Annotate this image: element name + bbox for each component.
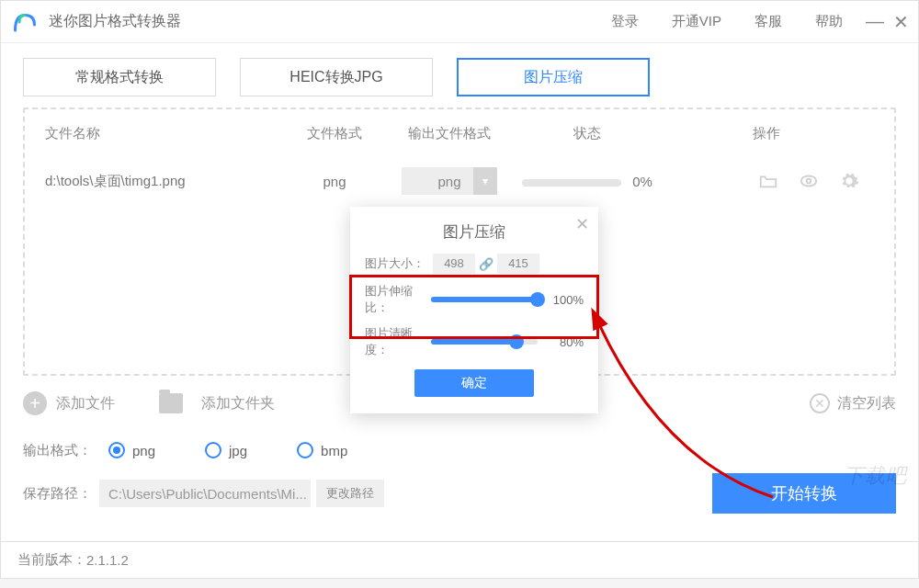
radio-bmp[interactable]: bmp	[297, 442, 347, 458]
radio-jpg[interactable]: jpg	[205, 442, 247, 458]
output-format-label: 输出格式：	[23, 442, 92, 459]
size-row: 图片大小： 498 🔗 415	[365, 254, 584, 274]
plus-icon: +	[23, 391, 47, 415]
col-status: 状态	[514, 125, 661, 142]
start-convert-button[interactable]: 开始转换	[712, 473, 896, 514]
vip-link[interactable]: 开通VIP	[672, 13, 721, 30]
add-folder-button[interactable]: 添加文件夹	[159, 393, 275, 413]
col-fileformat: 文件格式	[284, 125, 385, 142]
list-header: 文件名称 文件格式 输出文件格式 状态 操作	[45, 109, 874, 157]
dialog-title: 图片压缩	[365, 221, 584, 243]
progress-percent: 0%	[632, 174, 652, 189]
size-label: 图片大小：	[365, 255, 431, 272]
app-title: 迷你图片格式转换器	[49, 12, 181, 31]
scale-label: 图片伸缩比：	[365, 283, 431, 316]
svg-point-1	[807, 179, 811, 184]
cell-outformat: png ▾	[385, 167, 514, 195]
tab-heic-jpg[interactable]: HEIC转换JPG	[240, 58, 433, 96]
quality-label: 图片清晰度：	[365, 325, 431, 358]
outformat-value: png	[437, 174, 460, 189]
outformat-select[interactable]: png ▾	[402, 167, 497, 195]
folder-icon	[159, 393, 183, 413]
col-outformat: 输出文件格式	[385, 125, 514, 142]
output-format-row: 输出格式： png jpg bmp	[23, 431, 896, 469]
height-input[interactable]: 415	[497, 254, 539, 274]
scale-value: 100%	[545, 293, 584, 307]
scale-row: 图片伸缩比： 100%	[365, 283, 584, 316]
save-path-field[interactable]: C:\Users\Public\Documents\Mi...	[99, 480, 311, 507]
progress-bar	[522, 179, 621, 187]
add-file-label: 添加文件	[56, 394, 115, 413]
open-folder-icon[interactable]	[758, 171, 778, 191]
quality-row: 图片清晰度： 80%	[365, 325, 584, 358]
save-path-label: 保存路径：	[23, 485, 92, 503]
settings-icon[interactable]	[839, 171, 859, 191]
add-file-button[interactable]: + 添加文件	[23, 391, 115, 415]
col-ops: 操作	[661, 125, 872, 142]
tab-normal-convert[interactable]: 常规格式转换	[23, 58, 216, 96]
app-logo	[8, 6, 41, 39]
cell-fileformat: png	[284, 174, 385, 189]
quality-slider[interactable]	[431, 339, 538, 345]
width-input[interactable]: 498	[433, 254, 475, 274]
cell-ops	[661, 171, 872, 191]
quality-value: 80%	[545, 335, 584, 349]
svg-point-0	[801, 176, 817, 187]
dialog-ok-button[interactable]: 确定	[414, 369, 534, 397]
cell-status: 0%	[514, 174, 661, 189]
help-link[interactable]: 帮助	[815, 13, 843, 30]
table-row: d:\tools\桌面\timg1.png png png ▾ 0%	[45, 157, 874, 205]
add-folder-label: 添加文件夹	[201, 394, 275, 413]
app-window: 迷你图片格式转换器 登录 开通VIP 客服 帮助 — ✕ 常规格式转换 HEIC…	[0, 0, 919, 542]
login-link[interactable]: 登录	[611, 13, 639, 30]
chevron-down-icon: ▾	[473, 167, 497, 195]
cell-filename: d:\tools\桌面\timg1.png	[45, 173, 284, 190]
version-value: 2.1.1.2	[86, 552, 129, 568]
radio-png[interactable]: png	[108, 442, 155, 458]
mode-tabs: 常规格式转换 HEIC转换JPG 图片压缩	[23, 58, 896, 96]
statusbar: 当前版本： 2.1.1.2	[0, 542, 919, 579]
window-close-button[interactable]: ✕	[891, 11, 911, 33]
radio-jpg-label: jpg	[229, 443, 247, 458]
version-label: 当前版本：	[17, 551, 86, 569]
clear-list-label: 清空列表	[837, 394, 896, 413]
link-icon[interactable]: 🔗	[479, 257, 494, 271]
clear-list-button[interactable]: ✕ 清空列表	[810, 393, 896, 413]
support-link[interactable]: 客服	[754, 13, 782, 30]
window-minimize-button[interactable]: —	[865, 11, 885, 32]
col-filename: 文件名称	[45, 125, 284, 142]
scale-slider[interactable]	[431, 297, 538, 302]
dialog-close-button[interactable]: ✕	[575, 214, 589, 234]
titlebar: 迷你图片格式转换器 登录 开通VIP 客服 帮助 — ✕	[1, 1, 918, 43]
preview-icon[interactable]	[799, 171, 819, 191]
radio-png-label: png	[132, 443, 155, 458]
radio-bmp-label: bmp	[321, 443, 347, 458]
clear-icon: ✕	[810, 393, 830, 413]
change-path-button[interactable]: 更改路径	[316, 480, 384, 507]
compress-dialog: ✕ 图片压缩 图片大小： 498 🔗 415 图片伸缩比： 100% 图片清晰度…	[350, 207, 598, 413]
tab-compress[interactable]: 图片压缩	[457, 58, 650, 96]
save-path-row: 保存路径： C:\Users\Public\Documents\Mi... 更改…	[23, 469, 896, 517]
